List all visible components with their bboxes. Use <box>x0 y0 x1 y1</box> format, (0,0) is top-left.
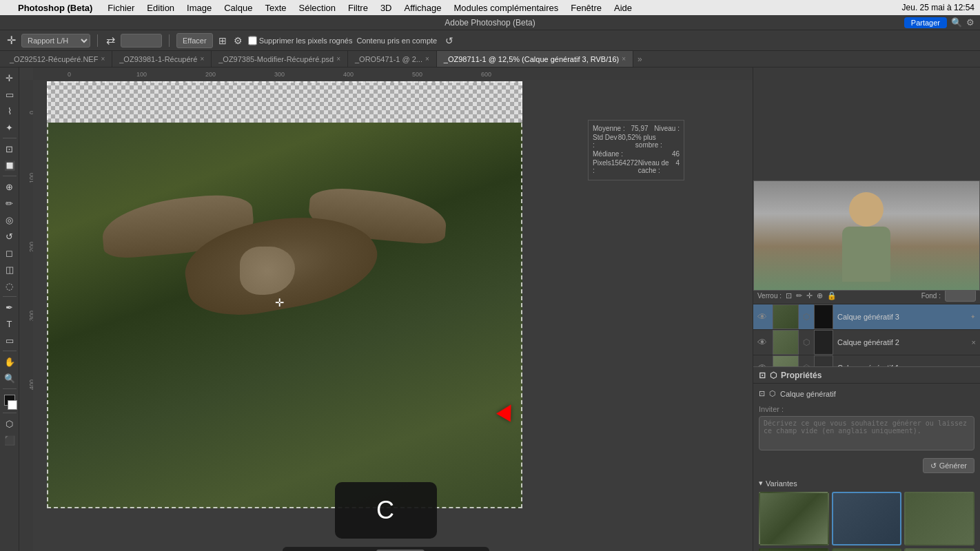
tab-close-0[interactable]: × <box>101 55 105 63</box>
layer-1-close-icon[interactable]: × <box>972 338 976 346</box>
path-tool[interactable]: ✒ <box>2 300 17 315</box>
toolbar-separator-2 <box>169 34 170 47</box>
lasso-tool[interactable]: ⌇ <box>2 103 17 118</box>
svg-text:0: 0 <box>28 111 33 114</box>
layer-item-2[interactable]: 👁 ⬡ Calque génératif 1 <box>753 355 980 366</box>
tab-0[interactable]: _OZ92512-Récupéré.NEF × <box>3 51 112 67</box>
menu-3d[interactable]: 3D <box>375 1 398 14</box>
text-tool[interactable]: T <box>2 316 17 331</box>
menu-selection[interactable]: Sélection <box>294 1 341 14</box>
variante-5[interactable] <box>832 548 902 551</box>
menu-texte[interactable]: Texte <box>259 1 292 14</box>
hand-tool[interactable]: ✋ <box>2 354 17 369</box>
menu-filtre[interactable]: Filtre <box>343 1 374 14</box>
zoom-tool[interactable]: 🔍 <box>2 371 17 386</box>
stat-stddev: Std Dev : 80,52 % plus sombre : <box>593 134 680 149</box>
share-button[interactable]: Partager <box>904 17 947 28</box>
mediane-label: Médiane : <box>593 150 623 158</box>
gradient-tool[interactable]: ◫ <box>2 262 17 277</box>
layer-0-visibility[interactable]: 👁 <box>757 311 768 322</box>
variante-1[interactable] <box>759 492 829 545</box>
tab-1[interactable]: _OZ93981-1-Récupéré × <box>112 51 212 67</box>
search-icon[interactable]: 🔍 <box>951 17 962 28</box>
svg-text:200: 200 <box>28 242 33 252</box>
canvas-container: ✛ <box>47 81 522 508</box>
tab-close-1[interactable]: × <box>200 55 204 63</box>
prop-generate-button[interactable]: ↺ Générer <box>923 458 974 473</box>
canvas-prompt-bar: ‹ 2/6 › ↺ Générer 👍 👎 ⚑ ••• <box>283 547 489 551</box>
notification-icon[interactable]: ⚙ <box>966 17 974 28</box>
stat-mediane: Médiane : 46 <box>593 150 680 158</box>
canvas-image[interactable]: ✛ <box>47 123 522 508</box>
eagle-illustration <box>102 178 447 419</box>
layer-1-visibility[interactable]: 👁 <box>757 337 768 348</box>
lock-transparent-icon[interactable]: ⊡ <box>786 291 792 300</box>
prop-layer-icon: ⊡ <box>759 389 765 398</box>
screen-mode-tool[interactable]: ⬛ <box>2 433 17 448</box>
menu-fenetre[interactable]: Fenêtre <box>565 1 607 14</box>
layer-item-1[interactable]: 👁 ⬡ Calque génératif 2 × <box>753 330 980 355</box>
stddev-val: 80,52 <box>618 134 635 149</box>
erase-button[interactable]: Effacer <box>176 33 213 48</box>
tab-3[interactable]: _ORO5471-1 @ 2... × <box>348 51 437 67</box>
lock-image-icon[interactable]: ✏ <box>796 291 802 300</box>
svg-text:400: 400 <box>343 71 354 78</box>
variante-6[interactable] <box>904 548 974 551</box>
menu-aide[interactable]: Aide <box>609 1 637 14</box>
tabs-more-button[interactable]: » <box>633 54 646 64</box>
tab-2[interactable]: _OZ97385-Modifier-Récupéré.psd × <box>212 51 348 67</box>
menu-affichage[interactable]: Affichage <box>399 1 447 14</box>
magic-wand-tool[interactable]: ✦ <box>2 120 17 135</box>
lock-artboard-icon[interactable]: ⊕ <box>817 291 823 300</box>
history-brush-tool[interactable]: ↺ <box>2 229 17 244</box>
prop-prompt-textarea[interactable] <box>759 416 974 450</box>
layer-item-0[interactable]: 👁 ⬡ Calque génératif 3 ✦ <box>753 304 980 330</box>
variante-4[interactable] <box>759 548 829 551</box>
layer-1-name: Calque génératif 2 <box>837 338 968 346</box>
reset-icon[interactable]: ↺ <box>444 34 455 48</box>
background-color[interactable] <box>8 400 17 410</box>
dimension-input[interactable] <box>121 34 162 48</box>
menu-calque[interactable]: Calque <box>218 1 258 14</box>
settings-icon[interactable]: ⚙ <box>232 34 244 48</box>
eraser-tool[interactable]: ◻ <box>2 245 17 260</box>
lock-all-icon[interactable]: 🔒 <box>827 291 837 300</box>
tab-4[interactable]: _OZ98711-1 @ 12,5% (Calque génératif 3, … <box>437 51 633 67</box>
move-tool[interactable]: ✛ <box>2 70 17 85</box>
variante-2[interactable] <box>832 492 902 545</box>
layer-2-thumbnail <box>773 355 799 366</box>
variante-3[interactable] <box>904 492 974 545</box>
eyedropper-tool[interactable]: 🔲 <box>2 158 17 173</box>
healing-brush-tool[interactable]: ⊕ <box>2 179 17 194</box>
tab-close-2[interactable]: × <box>336 55 340 63</box>
clone-stamp-tool[interactable]: ◎ <box>2 212 17 227</box>
brush-tool[interactable]: ✏ <box>2 196 17 211</box>
quick-mask-tool[interactable]: ⬡ <box>2 416 17 431</box>
move-tool-icon[interactable]: ✛ <box>6 32 17 48</box>
webcam-body <box>842 227 890 282</box>
menu-modules[interactable]: Modules complémentaires <box>448 1 564 14</box>
keyboard-shortcut-overlay: C <box>335 482 437 539</box>
stddev-label: Std Dev : <box>593 134 618 149</box>
crop-tool active[interactable]: ⊡ <box>2 141 17 156</box>
tab-close-3[interactable]: × <box>425 55 429 63</box>
selection-tool[interactable]: ▭ <box>2 87 17 102</box>
menu-fichier[interactable]: Fichier <box>102 1 140 14</box>
menu-image[interactable]: Image <box>181 1 217 14</box>
suppress-pixels-checkbox[interactable]: Supprimer les pixels rognés <box>248 34 353 48</box>
shape-tool[interactable]: ▭ <box>2 333 17 348</box>
lock-position-icon[interactable]: ✛ <box>806 291 813 300</box>
prop-layer-title: ⊡ ⬡ Calque génératif <box>759 389 974 398</box>
grid-icon[interactable]: ⊞ <box>217 34 228 48</box>
blur-tool[interactable]: ◌ <box>2 278 17 293</box>
tab-close-4[interactable]: × <box>622 55 626 63</box>
variantes-chevron-icon[interactable]: ▾ <box>759 479 763 488</box>
app-name[interactable]: Photoshop (Beta) <box>12 1 98 14</box>
fill-input[interactable]: 100 % <box>945 289 976 302</box>
svg-text:600: 600 <box>481 71 491 78</box>
menu-edition[interactable]: Edition <box>141 1 180 14</box>
app-title: Adobe Photoshop (Beta) <box>445 18 535 28</box>
ratio-select[interactable]: Rapport L/H <box>21 34 90 48</box>
layer-0-chain-icon: ⬡ <box>803 312 810 322</box>
swap-icon[interactable]: ⇄ <box>105 32 116 48</box>
